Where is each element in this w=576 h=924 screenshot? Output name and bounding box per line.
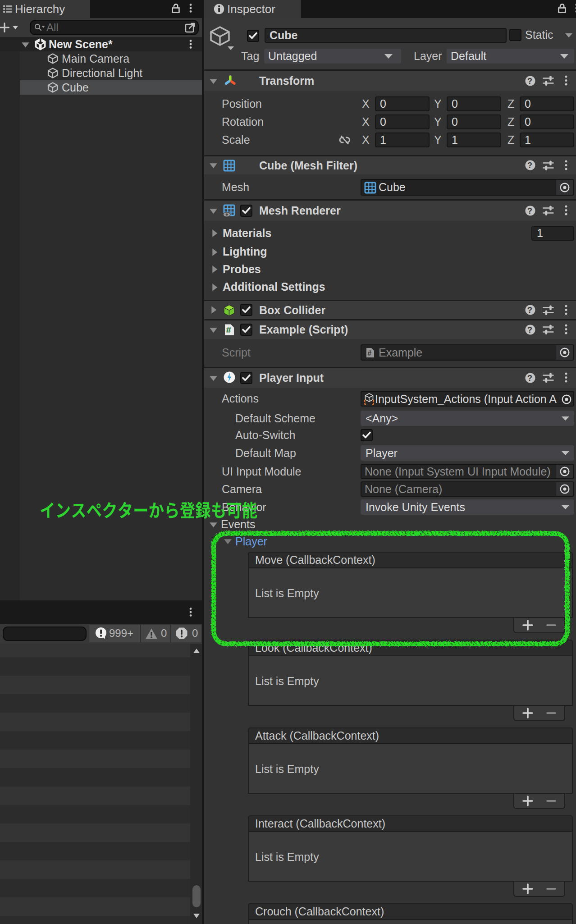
svg-text:?: ?	[527, 325, 532, 334]
svg-text:?: ?	[527, 374, 532, 383]
svg-text:?: ?	[527, 77, 532, 86]
svg-text:?: ?	[527, 206, 532, 215]
svg-text:?: ?	[527, 306, 532, 315]
svg-text:?: ?	[527, 161, 532, 170]
svg-text:#: #	[367, 349, 371, 357]
